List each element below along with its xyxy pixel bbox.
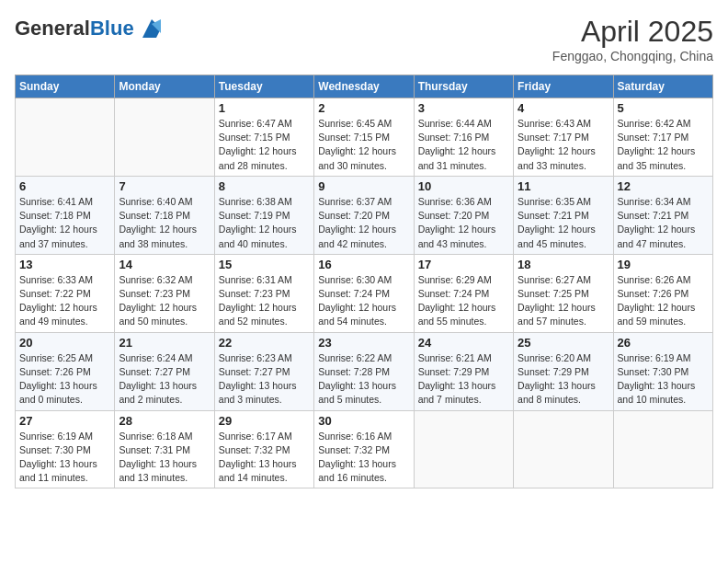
- day-number: 28: [119, 414, 210, 428]
- calendar-week-row: 27Sunrise: 6:19 AMSunset: 7:30 PMDayligh…: [16, 410, 713, 488]
- day-info: Sunrise: 6:44 AMSunset: 7:16 PMDaylight:…: [418, 117, 509, 173]
- day-number: 3: [418, 101, 509, 115]
- day-info: Sunrise: 6:43 AMSunset: 7:17 PMDaylight:…: [518, 117, 609, 173]
- day-number: 16: [318, 258, 409, 271]
- calendar-cell: 29Sunrise: 6:17 AMSunset: 7:32 PMDayligh…: [214, 410, 313, 488]
- calendar-cell: 12Sunrise: 6:34 AMSunset: 7:21 PMDayligh…: [613, 176, 712, 254]
- day-number: 18: [518, 258, 609, 271]
- day-info: Sunrise: 6:23 AMSunset: 7:27 PMDaylight:…: [219, 351, 310, 408]
- calendar-cell: 20Sunrise: 6:25 AMSunset: 7:26 PMDayligh…: [16, 332, 115, 410]
- logo-icon: [138, 15, 165, 42]
- calendar-cell: 5Sunrise: 6:42 AMSunset: 7:17 PMDaylight…: [613, 98, 712, 177]
- calendar-cell: 15Sunrise: 6:31 AMSunset: 7:23 PMDayligh…: [214, 254, 313, 332]
- day-number: 23: [318, 336, 409, 350]
- day-number: 17: [418, 258, 509, 271]
- calendar-cell: 13Sunrise: 6:33 AMSunset: 7:22 PMDayligh…: [16, 254, 115, 332]
- day-header-monday: Monday: [115, 75, 214, 98]
- day-number: 15: [219, 258, 310, 271]
- day-header-tuesday: Tuesday: [214, 75, 313, 98]
- day-number: 8: [219, 179, 310, 193]
- day-info: Sunrise: 6:19 AMSunset: 7:30 PMDaylight:…: [618, 351, 709, 408]
- day-number: 2: [318, 101, 409, 115]
- calendar-cell: 27Sunrise: 6:19 AMSunset: 7:30 PMDayligh…: [16, 410, 115, 488]
- day-number: 10: [418, 179, 509, 193]
- day-info: Sunrise: 6:26 AMSunset: 7:26 PMDaylight:…: [618, 273, 709, 329]
- calendar-cell: 2Sunrise: 6:45 AMSunset: 7:15 PMDaylight…: [314, 98, 414, 177]
- day-info: Sunrise: 6:32 AMSunset: 7:23 PMDaylight:…: [119, 273, 210, 329]
- day-info: Sunrise: 6:33 AMSunset: 7:22 PMDaylight:…: [19, 273, 110, 329]
- day-number: 26: [618, 336, 709, 350]
- calendar-cell: 16Sunrise: 6:30 AMSunset: 7:24 PMDayligh…: [314, 254, 414, 332]
- day-number: 19: [618, 258, 709, 271]
- day-info: Sunrise: 6:21 AMSunset: 7:29 PMDaylight:…: [418, 351, 509, 408]
- day-info: Sunrise: 6:36 AMSunset: 7:20 PMDaylight:…: [418, 195, 509, 251]
- location-subtitle: Fenggao, Chongqing, China: [552, 49, 713, 63]
- day-info: Sunrise: 6:29 AMSunset: 7:24 PMDaylight:…: [418, 273, 509, 329]
- month-title: April 2025: [552, 15, 713, 49]
- day-number: 7: [119, 179, 210, 193]
- day-info: Sunrise: 6:20 AMSunset: 7:29 PMDaylight:…: [518, 351, 609, 408]
- calendar-week-row: 6Sunrise: 6:41 AMSunset: 7:18 PMDaylight…: [16, 176, 713, 254]
- day-info: Sunrise: 6:47 AMSunset: 7:15 PMDaylight:…: [219, 117, 310, 173]
- calendar-cell: 9Sunrise: 6:37 AMSunset: 7:20 PMDaylight…: [314, 176, 414, 254]
- calendar-week-row: 1Sunrise: 6:47 AMSunset: 7:15 PMDaylight…: [16, 98, 713, 177]
- calendar-cell: 10Sunrise: 6:36 AMSunset: 7:20 PMDayligh…: [414, 176, 513, 254]
- day-info: Sunrise: 6:38 AMSunset: 7:19 PMDaylight:…: [219, 195, 310, 251]
- day-info: Sunrise: 6:35 AMSunset: 7:21 PMDaylight:…: [518, 195, 609, 251]
- page-header: GeneralBlue April 2025 Fenggao, Chongqin…: [15, 15, 713, 63]
- calendar-cell: 19Sunrise: 6:26 AMSunset: 7:26 PMDayligh…: [613, 254, 712, 332]
- day-number: 11: [518, 179, 609, 193]
- day-number: 12: [618, 179, 709, 193]
- day-info: Sunrise: 6:27 AMSunset: 7:25 PMDaylight:…: [518, 273, 609, 329]
- day-info: Sunrise: 6:25 AMSunset: 7:26 PMDaylight:…: [19, 351, 110, 408]
- day-info: Sunrise: 6:16 AMSunset: 7:32 PMDaylight:…: [318, 430, 409, 486]
- day-header-thursday: Thursday: [414, 75, 513, 98]
- day-header-wednesday: Wednesday: [314, 75, 414, 98]
- calendar-cell: [414, 410, 513, 488]
- day-number: 20: [19, 336, 110, 350]
- day-number: 4: [518, 101, 609, 115]
- calendar-header-row: SundayMondayTuesdayWednesdayThursdayFrid…: [16, 75, 713, 98]
- calendar-cell: 17Sunrise: 6:29 AMSunset: 7:24 PMDayligh…: [414, 254, 513, 332]
- logo: GeneralBlue: [15, 15, 165, 42]
- day-info: Sunrise: 6:18 AMSunset: 7:31 PMDaylight:…: [119, 430, 210, 486]
- day-info: Sunrise: 6:42 AMSunset: 7:17 PMDaylight:…: [618, 117, 709, 173]
- day-number: 6: [19, 179, 110, 193]
- calendar-table: SundayMondayTuesdayWednesdayThursdayFrid…: [15, 75, 713, 488]
- calendar-cell: 21Sunrise: 6:24 AMSunset: 7:27 PMDayligh…: [115, 332, 214, 410]
- calendar-cell: 28Sunrise: 6:18 AMSunset: 7:31 PMDayligh…: [115, 410, 214, 488]
- day-info: Sunrise: 6:31 AMSunset: 7:23 PMDaylight:…: [219, 273, 310, 329]
- day-number: 22: [219, 336, 310, 350]
- day-number: 13: [19, 258, 110, 271]
- calendar-cell: 4Sunrise: 6:43 AMSunset: 7:17 PMDaylight…: [514, 98, 613, 177]
- day-number: 14: [119, 258, 210, 271]
- calendar-cell: 6Sunrise: 6:41 AMSunset: 7:18 PMDaylight…: [16, 176, 115, 254]
- logo-blue-text: Blue: [90, 17, 134, 40]
- calendar-cell: 11Sunrise: 6:35 AMSunset: 7:21 PMDayligh…: [514, 176, 613, 254]
- day-header-sunday: Sunday: [16, 75, 115, 98]
- title-area: April 2025 Fenggao, Chongqing, China: [552, 15, 713, 63]
- day-info: Sunrise: 6:41 AMSunset: 7:18 PMDaylight:…: [19, 195, 110, 251]
- calendar-cell: 3Sunrise: 6:44 AMSunset: 7:16 PMDaylight…: [414, 98, 513, 177]
- calendar-cell: 25Sunrise: 6:20 AMSunset: 7:29 PMDayligh…: [514, 332, 613, 410]
- day-number: 1: [219, 101, 310, 115]
- calendar-cell: 18Sunrise: 6:27 AMSunset: 7:25 PMDayligh…: [514, 254, 613, 332]
- calendar-cell: [613, 410, 712, 488]
- day-number: 5: [618, 101, 709, 115]
- day-number: 29: [219, 414, 310, 428]
- calendar-cell: 8Sunrise: 6:38 AMSunset: 7:19 PMDaylight…: [214, 176, 313, 254]
- calendar-cell: 26Sunrise: 6:19 AMSunset: 7:30 PMDayligh…: [613, 332, 712, 410]
- calendar-cell: 7Sunrise: 6:40 AMSunset: 7:18 PMDaylight…: [115, 176, 214, 254]
- day-info: Sunrise: 6:45 AMSunset: 7:15 PMDaylight:…: [318, 117, 409, 173]
- day-number: 24: [418, 336, 509, 350]
- calendar-cell: [16, 98, 115, 177]
- day-info: Sunrise: 6:37 AMSunset: 7:20 PMDaylight:…: [318, 195, 409, 251]
- day-number: 9: [318, 179, 409, 193]
- calendar-cell: [115, 98, 214, 177]
- calendar-cell: 23Sunrise: 6:22 AMSunset: 7:28 PMDayligh…: [314, 332, 414, 410]
- calendar-week-row: 13Sunrise: 6:33 AMSunset: 7:22 PMDayligh…: [16, 254, 713, 332]
- day-info: Sunrise: 6:17 AMSunset: 7:32 PMDaylight:…: [219, 430, 310, 486]
- day-info: Sunrise: 6:24 AMSunset: 7:27 PMDaylight:…: [119, 351, 210, 408]
- day-info: Sunrise: 6:34 AMSunset: 7:21 PMDaylight:…: [618, 195, 709, 251]
- day-number: 21: [119, 336, 210, 350]
